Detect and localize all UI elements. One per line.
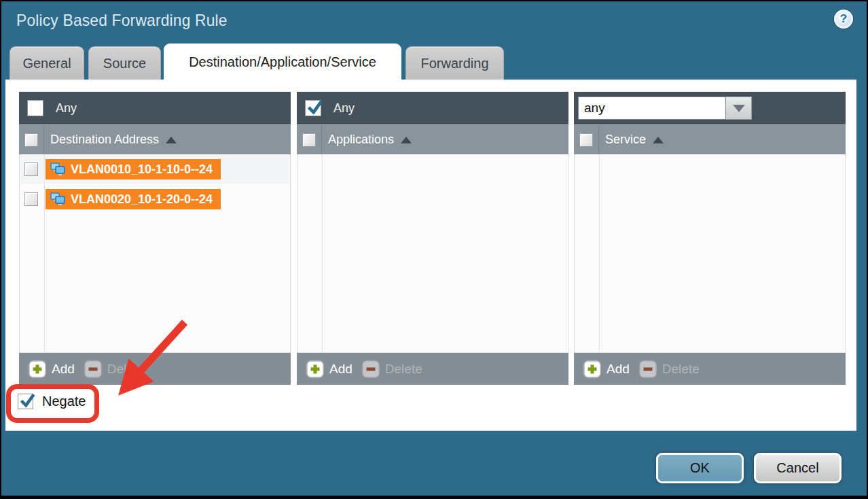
service-list bbox=[574, 154, 846, 352]
service-dropdown bbox=[578, 97, 752, 120]
divider bbox=[599, 154, 600, 352]
divider bbox=[322, 154, 323, 352]
applications-any-row: Any bbox=[297, 92, 568, 124]
table-row[interactable]: VLAN0010_10-1-10-0--24 bbox=[20, 154, 290, 184]
destination-column: Any Destination Address bbox=[19, 92, 291, 385]
applications-list bbox=[297, 154, 568, 352]
chevron-down-icon bbox=[733, 105, 745, 112]
add-label: Add bbox=[329, 362, 352, 377]
sort-asc-icon bbox=[653, 137, 664, 143]
plus-icon bbox=[29, 360, 46, 378]
plus-icon bbox=[306, 360, 324, 378]
tab-forwarding[interactable]: Forwarding bbox=[405, 46, 504, 80]
destination-any-row: Any bbox=[19, 92, 291, 124]
delete-button[interactable]: Delete bbox=[639, 360, 700, 378]
destination-list: VLAN0010_10-1-10-0--24 VLAN0020_10-1-20-… bbox=[19, 154, 291, 352]
sort-asc-icon bbox=[401, 137, 412, 143]
table-row[interactable]: VLAN0020_10-1-20-0--24 bbox=[20, 184, 290, 214]
plus-icon bbox=[583, 360, 601, 378]
tab-content-panel: Any Destination Address bbox=[5, 80, 856, 431]
applications-column: Any Applications Add bbox=[297, 92, 568, 385]
minus-icon bbox=[362, 360, 380, 378]
destination-any-checkbox[interactable] bbox=[27, 100, 43, 116]
applications-column-header: Applications bbox=[297, 124, 568, 154]
divider bbox=[321, 125, 322, 154]
delete-button[interactable]: Delete bbox=[84, 360, 145, 378]
service-header-label[interactable]: Service bbox=[605, 133, 646, 147]
service-toolbar: Add Delete bbox=[574, 352, 846, 385]
add-button[interactable]: Add bbox=[306, 360, 352, 378]
checkmark-icon bbox=[19, 392, 36, 409]
network-icon bbox=[50, 162, 66, 176]
network-icon bbox=[50, 192, 66, 206]
add-button[interactable]: Add bbox=[583, 360, 630, 378]
delete-button[interactable]: Delete bbox=[362, 360, 422, 378]
service-dropdown-input[interactable] bbox=[578, 97, 726, 120]
sort-asc-icon bbox=[166, 137, 177, 143]
destination-column-header: Destination Address bbox=[19, 124, 291, 154]
help-icon[interactable]: ? bbox=[834, 10, 853, 29]
divider bbox=[44, 154, 45, 352]
divider bbox=[43, 125, 44, 154]
service-dropdown-row bbox=[574, 92, 846, 124]
add-button[interactable]: Add bbox=[29, 360, 75, 378]
destination-any-label: Any bbox=[56, 101, 77, 116]
cancel-button[interactable]: Cancel bbox=[754, 453, 842, 483]
add-label: Add bbox=[52, 362, 75, 377]
pbf-rule-dialog: Policy Based Forwarding Rule ? General S… bbox=[0, 0, 868, 499]
delete-label: Delete bbox=[385, 362, 422, 377]
negate-checkbox[interactable] bbox=[18, 394, 33, 409]
service-select-all-checkbox[interactable] bbox=[579, 133, 593, 147]
checkmark-icon bbox=[306, 99, 324, 116]
negate-row: Negate bbox=[18, 394, 86, 409]
divider bbox=[598, 125, 599, 154]
minus-icon bbox=[639, 360, 657, 378]
destination-header-label[interactable]: Destination Address bbox=[50, 133, 159, 147]
ok-button[interactable]: OK bbox=[656, 453, 744, 483]
address-object-chip[interactable]: VLAN0010_10-1-10-0--24 bbox=[46, 159, 221, 179]
dialog-title: Policy Based Forwarding Rule bbox=[16, 11, 228, 30]
destination-select-all-checkbox[interactable] bbox=[24, 133, 38, 147]
window-bottom-border bbox=[0, 496, 868, 499]
row-checkbox[interactable] bbox=[24, 192, 38, 206]
tab-source[interactable]: Source bbox=[88, 46, 161, 80]
delete-label: Delete bbox=[662, 362, 700, 377]
service-column: Service Add bbox=[574, 92, 846, 385]
tab-general[interactable]: General bbox=[10, 46, 84, 80]
add-label: Add bbox=[607, 362, 630, 377]
applications-header-label[interactable]: Applications bbox=[328, 133, 394, 147]
applications-toolbar: Add Delete bbox=[297, 352, 568, 385]
destination-toolbar: Add Delete bbox=[19, 352, 291, 385]
service-column-header: Service bbox=[574, 124, 846, 154]
address-object-chip[interactable]: VLAN0020_10-1-20-0--24 bbox=[46, 189, 221, 209]
applications-select-all-checkbox[interactable] bbox=[302, 133, 316, 147]
row-checkbox[interactable] bbox=[24, 162, 38, 176]
delete-label: Delete bbox=[107, 362, 145, 377]
negate-label: Negate bbox=[42, 394, 86, 409]
minus-icon bbox=[84, 360, 102, 378]
address-object-label: VLAN0010_10-1-10-0--24 bbox=[71, 162, 213, 177]
applications-any-checkbox[interactable] bbox=[305, 100, 321, 116]
address-object-label: VLAN0020_10-1-20-0--24 bbox=[71, 192, 213, 207]
applications-any-label: Any bbox=[333, 101, 355, 116]
service-dropdown-button[interactable] bbox=[726, 97, 752, 120]
tab-destination-application-service[interactable]: Destination/Application/Service bbox=[164, 44, 401, 80]
